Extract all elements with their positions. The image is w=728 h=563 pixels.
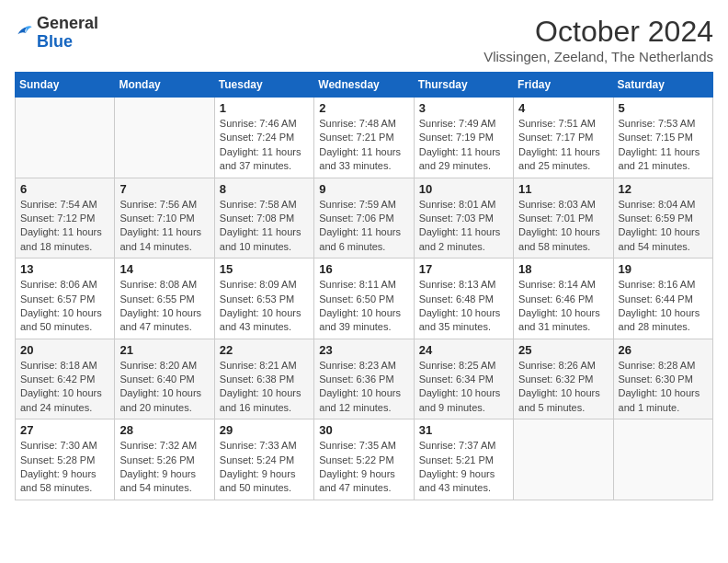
day-info: Sunrise: 7:33 AMSunset: 5:24 PMDaylight:… — [220, 439, 309, 496]
day-info: Sunrise: 8:18 AMSunset: 6:42 PMDaylight:… — [20, 359, 109, 416]
calendar-day-cell: 18Sunrise: 8:14 AMSunset: 6:46 PMDayligh… — [514, 259, 613, 339]
day-number: 25 — [518, 343, 608, 357]
day-number: 23 — [319, 343, 408, 357]
day-info: Sunrise: 7:51 AMSunset: 7:17 PMDaylight:… — [518, 117, 608, 174]
day-number: 20 — [20, 343, 109, 357]
day-info: Sunrise: 8:21 AMSunset: 6:38 PMDaylight:… — [220, 359, 309, 416]
day-number: 5 — [619, 101, 708, 115]
calendar-header-row: SundayMondayTuesdayWednesdayThursdayFrid… — [16, 73, 713, 98]
day-info: Sunrise: 7:54 AMSunset: 7:12 PMDaylight:… — [20, 198, 109, 255]
day-info: Sunrise: 8:09 AMSunset: 6:53 PMDaylight:… — [220, 278, 309, 335]
day-of-week-header: Thursday — [414, 73, 513, 98]
day-of-week-header: Friday — [514, 73, 613, 98]
day-number: 21 — [119, 343, 209, 357]
calendar-day-cell: 5Sunrise: 7:53 AMSunset: 7:15 PMDaylight… — [613, 98, 712, 178]
day-info: Sunrise: 7:53 AMSunset: 7:15 PMDaylight:… — [619, 117, 708, 174]
day-info: Sunrise: 8:23 AMSunset: 6:36 PMDaylight:… — [319, 359, 408, 416]
day-info: Sunrise: 8:16 AMSunset: 6:44 PMDaylight:… — [619, 278, 708, 335]
calendar-day-cell: 28Sunrise: 7:32 AMSunset: 5:26 PMDayligh… — [115, 419, 214, 500]
day-info: Sunrise: 8:08 AMSunset: 6:55 PMDaylight:… — [119, 278, 209, 335]
calendar-day-cell — [16, 98, 115, 178]
day-info: Sunrise: 8:13 AMSunset: 6:48 PMDaylight:… — [419, 278, 508, 335]
day-info: Sunrise: 7:58 AMSunset: 7:08 PMDaylight:… — [220, 198, 309, 255]
day-number: 6 — [20, 182, 109, 196]
day-number: 14 — [119, 262, 209, 276]
calendar-day-cell: 8Sunrise: 7:58 AMSunset: 7:08 PMDaylight… — [214, 178, 313, 259]
calendar-day-cell: 23Sunrise: 8:23 AMSunset: 6:36 PMDayligh… — [314, 339, 414, 419]
day-of-week-header: Tuesday — [214, 73, 313, 98]
calendar-day-cell: 1Sunrise: 7:46 AMSunset: 7:24 PMDaylight… — [214, 98, 313, 178]
calendar-week-row: 20Sunrise: 8:18 AMSunset: 6:42 PMDayligh… — [16, 339, 713, 419]
day-of-week-header: Wednesday — [314, 73, 414, 98]
calendar-day-cell: 12Sunrise: 8:04 AMSunset: 6:59 PMDayligh… — [613, 178, 712, 259]
day-info: Sunrise: 7:56 AMSunset: 7:10 PMDaylight:… — [119, 198, 209, 255]
calendar-week-row: 27Sunrise: 7:30 AMSunset: 5:28 PMDayligh… — [16, 419, 713, 500]
calendar-day-cell: 17Sunrise: 8:13 AMSunset: 6:48 PMDayligh… — [414, 259, 513, 339]
day-of-week-header: Saturday — [613, 73, 712, 98]
day-number: 26 — [619, 343, 708, 357]
calendar-day-cell: 13Sunrise: 8:06 AMSunset: 6:57 PMDayligh… — [16, 259, 115, 339]
day-number: 31 — [419, 423, 508, 437]
day-info: Sunrise: 7:32 AMSunset: 5:26 PMDaylight:… — [119, 439, 209, 496]
calendar-day-cell: 31Sunrise: 7:37 AMSunset: 5:21 PMDayligh… — [414, 419, 513, 500]
calendar-day-cell: 2Sunrise: 7:48 AMSunset: 7:21 PMDaylight… — [314, 98, 414, 178]
day-info: Sunrise: 8:14 AMSunset: 6:46 PMDaylight:… — [518, 278, 608, 335]
day-number: 30 — [319, 423, 408, 437]
day-info: Sunrise: 8:04 AMSunset: 6:59 PMDaylight:… — [619, 198, 708, 255]
day-info: Sunrise: 7:46 AMSunset: 7:24 PMDaylight:… — [220, 117, 309, 174]
calendar-day-cell: 19Sunrise: 8:16 AMSunset: 6:44 PMDayligh… — [613, 259, 712, 339]
day-number: 19 — [619, 262, 708, 276]
calendar-day-cell: 11Sunrise: 8:03 AMSunset: 7:01 PMDayligh… — [514, 178, 613, 259]
day-info: Sunrise: 7:30 AMSunset: 5:28 PMDaylight:… — [20, 439, 109, 496]
calendar-day-cell: 16Sunrise: 8:11 AMSunset: 6:50 PMDayligh… — [314, 259, 414, 339]
calendar-week-row: 13Sunrise: 8:06 AMSunset: 6:57 PMDayligh… — [16, 259, 713, 339]
day-info: Sunrise: 8:20 AMSunset: 6:40 PMDaylight:… — [119, 359, 209, 416]
day-number: 11 — [518, 182, 608, 196]
calendar-day-cell: 25Sunrise: 8:26 AMSunset: 6:32 PMDayligh… — [514, 339, 613, 419]
calendar-day-cell: 15Sunrise: 8:09 AMSunset: 6:53 PMDayligh… — [214, 259, 313, 339]
day-number: 18 — [518, 262, 608, 276]
day-info: Sunrise: 7:48 AMSunset: 7:21 PMDaylight:… — [319, 117, 408, 174]
logo-general-text: GeneralBlue — [37, 14, 98, 51]
calendar-day-cell: 30Sunrise: 7:35 AMSunset: 5:22 PMDayligh… — [314, 419, 414, 500]
day-number: 2 — [319, 101, 408, 115]
day-number: 3 — [419, 101, 508, 115]
day-number: 17 — [419, 262, 508, 276]
day-number: 10 — [419, 182, 508, 196]
calendar-day-cell: 24Sunrise: 8:25 AMSunset: 6:34 PMDayligh… — [414, 339, 513, 419]
calendar-week-row: 1Sunrise: 7:46 AMSunset: 7:24 PMDaylight… — [16, 98, 713, 178]
day-number: 13 — [20, 262, 109, 276]
title-block: October 2024 Vlissingen, Zeeland, The Ne… — [483, 15, 713, 64]
day-number: 4 — [518, 101, 608, 115]
day-number: 1 — [220, 101, 309, 115]
calendar-day-cell: 14Sunrise: 8:08 AMSunset: 6:55 PMDayligh… — [115, 259, 214, 339]
calendar-day-cell: 20Sunrise: 8:18 AMSunset: 6:42 PMDayligh… — [16, 339, 115, 419]
day-info: Sunrise: 7:37 AMSunset: 5:21 PMDaylight:… — [419, 439, 508, 496]
calendar-day-cell: 26Sunrise: 8:28 AMSunset: 6:30 PMDayligh… — [613, 339, 712, 419]
day-info: Sunrise: 8:01 AMSunset: 7:03 PMDaylight:… — [419, 198, 508, 255]
calendar-day-cell: 4Sunrise: 7:51 AMSunset: 7:17 PMDaylight… — [514, 98, 613, 178]
day-info: Sunrise: 8:11 AMSunset: 6:50 PMDaylight:… — [319, 278, 408, 335]
day-number: 15 — [220, 262, 309, 276]
day-number: 9 — [319, 182, 408, 196]
calendar-day-cell — [115, 98, 214, 178]
day-number: 24 — [419, 343, 508, 357]
day-number: 12 — [619, 182, 708, 196]
calendar-day-cell: 21Sunrise: 8:20 AMSunset: 6:40 PMDayligh… — [115, 339, 214, 419]
calendar-table: SundayMondayTuesdayWednesdayThursdayFrid… — [15, 72, 713, 500]
bird-icon — [15, 22, 33, 40]
calendar-day-cell: 9Sunrise: 7:59 AMSunset: 7:06 PMDaylight… — [314, 178, 414, 259]
calendar-day-cell: 7Sunrise: 7:56 AMSunset: 7:10 PMDaylight… — [115, 178, 214, 259]
day-info: Sunrise: 8:25 AMSunset: 6:34 PMDaylight:… — [419, 359, 508, 416]
calendar-day-cell: 6Sunrise: 7:54 AMSunset: 7:12 PMDaylight… — [16, 178, 115, 259]
day-number: 7 — [119, 182, 209, 196]
day-info: Sunrise: 8:06 AMSunset: 6:57 PMDaylight:… — [20, 278, 109, 335]
calendar-day-cell: 27Sunrise: 7:30 AMSunset: 5:28 PMDayligh… — [16, 419, 115, 500]
day-number: 28 — [119, 423, 209, 437]
calendar-week-row: 6Sunrise: 7:54 AMSunset: 7:12 PMDaylight… — [16, 178, 713, 259]
calendar-day-cell: 22Sunrise: 8:21 AMSunset: 6:38 PMDayligh… — [214, 339, 313, 419]
day-number: 8 — [220, 182, 309, 196]
calendar-day-cell: 29Sunrise: 7:33 AMSunset: 5:24 PMDayligh… — [214, 419, 313, 500]
calendar-day-cell — [514, 419, 613, 500]
day-of-week-header: Monday — [115, 73, 214, 98]
